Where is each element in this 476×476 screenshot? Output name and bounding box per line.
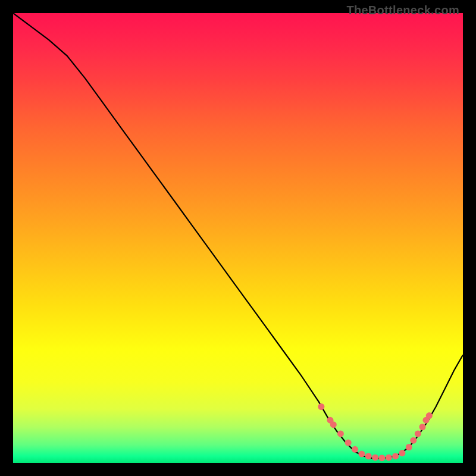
marker-dot	[419, 424, 426, 430]
marker-dots	[318, 403, 432, 461]
main-curve	[13, 13, 463, 458]
marker-dot	[386, 454, 392, 461]
watermark-text: TheBottleneck.com	[346, 4, 459, 17]
curve-svg	[13, 13, 463, 463]
marker-dot	[415, 430, 421, 437]
marker-dot	[345, 440, 352, 446]
marker-dot	[426, 412, 433, 419]
marker-dot	[352, 446, 358, 453]
marker-dot	[337, 430, 344, 437]
marker-dot	[399, 450, 405, 456]
marker-dot	[365, 453, 372, 459]
marker-dot	[406, 444, 412, 450]
marker-dot	[358, 450, 365, 457]
marker-dot	[318, 403, 324, 410]
marker-dot	[372, 454, 378, 461]
marker-dot	[410, 437, 416, 444]
marker-dot	[392, 453, 399, 459]
chart-frame: TheBottleneck.com	[0, 0, 476, 476]
marker-dot	[330, 421, 337, 428]
marker-dot	[378, 455, 385, 461]
